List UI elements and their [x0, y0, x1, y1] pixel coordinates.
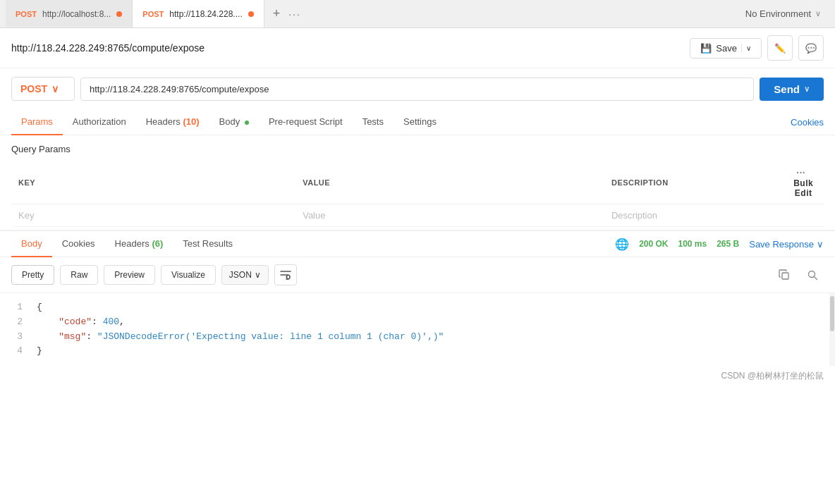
format-selector[interactable]: JSON ∨ — [221, 265, 269, 285]
wrap-button[interactable] — [274, 264, 297, 285]
tab-headers-label: Headers — [146, 116, 181, 127]
res-tab-body-label: Body — [21, 238, 42, 249]
more-options-icon[interactable]: ··· — [796, 167, 805, 178]
copy-button[interactable] — [773, 264, 796, 285]
search-button[interactable] — [801, 264, 824, 285]
desc-input-cell[interactable]: Description — [604, 204, 783, 227]
res-tab-cookies[interactable]: Cookies — [52, 231, 105, 257]
code-content: } — [37, 344, 42, 359]
res-tab-headers[interactable]: Headers (6) — [105, 231, 173, 257]
save-chevron-icon[interactable]: ∨ — [741, 44, 751, 52]
code-line-2: 2 "code": 400, — [11, 315, 824, 330]
table-row: Key Value Description — [11, 204, 824, 227]
status-code-badge: 200 OK — [639, 239, 668, 249]
tab-2[interactable]: POST http://118.24.228.... — [133, 0, 264, 27]
desc-column-header: DESCRIPTION — [604, 161, 783, 204]
line-number: 3 — [11, 330, 23, 345]
url-bar: http://118.24.228.249:8765/compute/expos… — [0, 28, 835, 68]
scrollbar-track[interactable] — [829, 293, 835, 366]
code-line-1: 1 { — [11, 300, 824, 315]
tab-bar: POST http://localhost:8... POST http://1… — [0, 0, 835, 28]
tab-2-url: http://118.24.228.... — [169, 9, 242, 19]
line-number: 1 — [11, 300, 23, 315]
url-input[interactable] — [80, 78, 754, 101]
add-tab-button[interactable]: + — [273, 6, 281, 21]
res-tab-body[interactable]: Body — [11, 231, 52, 257]
tab-settings[interactable]: Settings — [394, 109, 446, 135]
save-response-button[interactable]: Save Response ∨ — [749, 239, 824, 250]
tab-1[interactable]: POST http://localhost:8... — [6, 0, 133, 27]
tab-params-label: Params — [21, 116, 53, 127]
query-params-section: Query Params KEY VALUE DESCRIPTION ··· B… — [0, 135, 835, 227]
url-actions: 💾 Save ∨ ✏️ 💬 — [690, 35, 824, 61]
tab-add-more: + ··· — [264, 6, 310, 21]
svg-point-1 — [808, 271, 815, 277]
tab-settings-label: Settings — [403, 116, 437, 127]
tab-params[interactable]: Params — [11, 109, 63, 135]
desc-placeholder: Description — [611, 210, 657, 221]
res-tab-headers-label: Headers — [115, 238, 150, 249]
code-content: "msg": "JSONDecodeError('Expecting value… — [37, 330, 444, 345]
line-number: 2 — [11, 315, 23, 330]
scrollbar-thumb[interactable] — [830, 296, 834, 331]
svg-rect-0 — [782, 273, 788, 279]
view-preview-button[interactable]: Preview — [104, 265, 155, 285]
code-content: "code": 400, — [37, 315, 125, 330]
format-label: JSON — [229, 270, 252, 280]
code-content: { — [37, 300, 42, 315]
send-button[interactable]: Send ∨ — [760, 78, 824, 101]
save-button[interactable]: 💾 Save ∨ — [690, 38, 762, 59]
response-time-badge: 100 ms — [678, 239, 707, 249]
more-tabs-button[interactable]: ··· — [288, 8, 301, 20]
response-tabs-row: Body Cookies Headers (6) Test Results 🌐 … — [0, 231, 835, 257]
request-builder: POST ∨ Send ∨ — [0, 68, 835, 109]
tab-authorization-label: Authorization — [73, 116, 126, 127]
environment-selector[interactable]: No Environment ∨ — [737, 8, 829, 19]
code-area: 1 { 2 "code": 400, 3 "msg": "JSONDecodeE… — [0, 293, 835, 366]
body-active-dot — [245, 121, 249, 125]
cookies-link[interactable]: Cookies — [791, 117, 824, 128]
env-chevron-icon: ∨ — [815, 9, 821, 18]
tab-headers[interactable]: Headers (10) — [136, 109, 209, 135]
send-label: Send — [774, 83, 800, 95]
headers-count-badge: (10) — [183, 116, 199, 127]
res-tab-cookies-label: Cookies — [62, 238, 95, 249]
key-placeholder: Key — [18, 210, 34, 221]
edit-button[interactable]: ✏️ — [767, 35, 793, 61]
tab-1-method: POST — [16, 10, 37, 18]
tab-2-dot — [248, 11, 254, 17]
url-display: http://118.24.228.249:8765/compute/expos… — [11, 42, 205, 54]
watermark: CSDN @柏树林打坐的松鼠 — [0, 366, 835, 386]
response-size-badge: 265 B — [717, 239, 739, 249]
tab-authorization[interactable]: Authorization — [63, 109, 136, 135]
comment-button[interactable]: 💬 — [798, 35, 824, 61]
bulk-edit-button[interactable]: Bulk Edit — [793, 178, 813, 198]
line-number: 4 — [11, 344, 23, 359]
value-placeholder: Value — [303, 210, 325, 221]
tab-body[interactable]: Body — [209, 109, 259, 135]
key-column-header: KEY — [11, 161, 295, 204]
method-chevron-icon: ∨ — [51, 83, 59, 94]
view-raw-button[interactable]: Raw — [60, 265, 98, 285]
save-label: Save — [716, 43, 737, 54]
globe-icon: 🌐 — [615, 238, 629, 251]
res-tab-test-results-label: Test Results — [183, 238, 233, 249]
response-toolbar: Pretty Raw Preview Visualize JSON ∨ — [0, 257, 835, 293]
comment-icon: 💬 — [805, 43, 817, 54]
tab-tests[interactable]: Tests — [353, 109, 394, 135]
value-input-cell[interactable]: Value — [295, 204, 604, 227]
format-chevron-icon: ∨ — [255, 270, 261, 280]
send-chevron-icon: ∨ — [804, 85, 810, 94]
res-tab-test-results[interactable]: Test Results — [173, 231, 243, 257]
response-status: 🌐 200 OK 100 ms 265 B Save Response ∨ — [615, 238, 824, 251]
tab-pre-request[interactable]: Pre-request Script — [259, 109, 353, 135]
tab-1-url: http://localhost:8... — [42, 9, 111, 19]
view-pretty-button[interactable]: Pretty — [11, 265, 54, 285]
params-table: KEY VALUE DESCRIPTION ··· Bulk Edit Key … — [11, 161, 824, 227]
key-input-cell[interactable]: Key — [11, 204, 295, 227]
save-response-label: Save Response — [749, 239, 814, 250]
method-selector[interactable]: POST ∨ — [11, 77, 75, 101]
method-url-row: POST ∨ Send ∨ — [11, 68, 824, 109]
actions-column-header: ··· Bulk Edit — [783, 161, 824, 204]
view-visualize-button[interactable]: Visualize — [161, 265, 216, 285]
